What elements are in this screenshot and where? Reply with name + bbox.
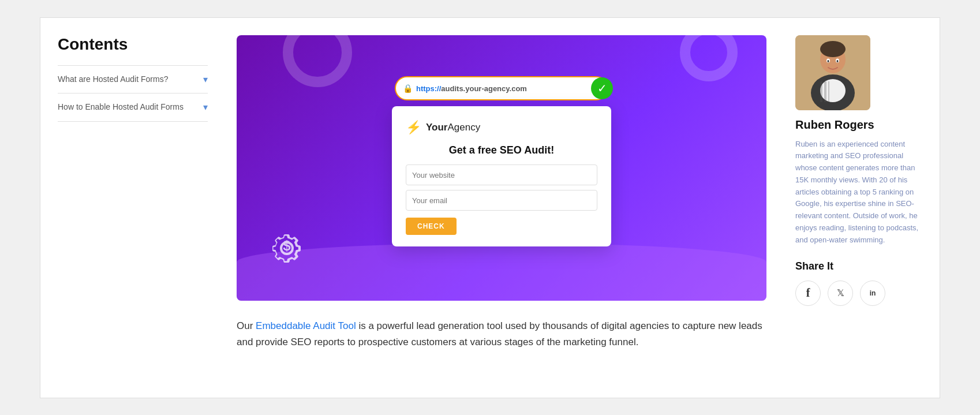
sidebar: Contents What are Hosted Audit Forms? ▾ … [58,35,219,380]
brand-logo: ⚡ YourAgency [406,120,597,135]
svg-rect-7 [828,81,829,102]
svg-rect-5 [820,81,822,102]
sidebar-item-2-label: How to Enable Hosted Audit Forms [58,102,184,113]
gear-icon: $ [268,230,305,269]
facebook-icon: f [806,286,810,300]
page-container: Contents What are Hosted Audit Forms? ▾ … [40,17,940,398]
svg-rect-6 [824,81,826,102]
sidebar-item-1[interactable]: What are Hosted Audit Forms? ▾ [58,65,208,94]
decorative-circle-right [680,35,738,81]
linkedin-share-button[interactable]: in [860,281,885,306]
sidebar-item-2[interactable]: How to Enable Hosted Audit Forms ▾ [58,93,208,122]
sidebar-item-1-label: What are Hosted Audit Forms? [58,74,168,85]
chevron-down-icon-1: ▾ [203,74,208,85]
form-card: ⚡ YourAgency Get a free SEO Audit! CHECK [392,106,611,246]
author-bio: Ruben is an experienced content marketin… [795,139,922,246]
share-title: Share It [795,260,922,272]
lock-icon: 🔒 [403,84,413,93]
share-buttons: f 𝕏 in [795,281,922,306]
decorative-circle-left [283,35,352,87]
body-text-part1: Our [237,320,256,331]
twitter-icon: 𝕏 [837,287,844,298]
chevron-down-icon-2: ▾ [203,102,208,113]
svg-point-11 [828,60,829,62]
browser-url: https://audits.your-agency.com [416,84,600,93]
website-input[interactable] [406,164,597,185]
embeddable-audit-tool-link[interactable]: Embeddable Audit Tool [256,320,356,331]
check-icon: ✓ [591,77,613,99]
author-name: Ruben Rogers [795,118,922,132]
svg-point-4 [820,79,846,102]
check-button[interactable]: CHECK [406,218,457,235]
facebook-share-button[interactable]: f [795,281,821,306]
svg-text:$: $ [283,238,291,253]
brand-name: YourAgency [426,122,480,133]
card-title: Get a free SEO Audit! [406,144,597,156]
url-prefix: https:// [416,84,441,93]
right-sidebar: Ruben Rogers Ruben is an experienced con… [784,35,922,380]
contents-title: Contents [58,35,208,54]
browser-bar: 🔒 https://audits.your-agency.com ✓ [395,76,608,100]
main-content: $ 🔒 https://audits.your-agency.com ✓ [219,35,784,380]
hero-banner: $ 🔒 https://audits.your-agency.com ✓ [237,35,766,301]
author-avatar [795,35,870,110]
body-paragraph: Our Embeddable Audit Tool is a powerful … [237,318,766,352]
url-domain: audits.your-agency.com [441,84,527,93]
svg-point-12 [837,60,839,62]
email-input[interactable] [406,190,597,211]
svg-point-8 [820,41,846,57]
linkedin-icon: in [870,289,876,297]
decorative-wave [237,243,766,301]
brand-icon: ⚡ [406,120,421,135]
twitter-share-button[interactable]: 𝕏 [828,281,853,306]
